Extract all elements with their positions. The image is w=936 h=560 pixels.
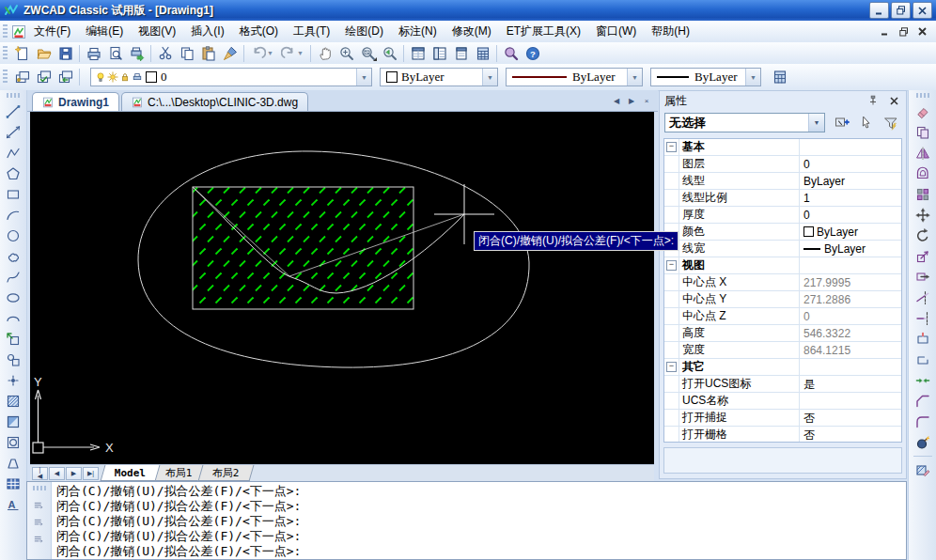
property-value[interactable]: 1 [800, 190, 901, 206]
property-value[interactable]: 是 [800, 376, 901, 392]
menu-X[interactable]: ET扩展工具(X) [499, 20, 588, 43]
zoom-realtime-button[interactable] [335, 43, 357, 63]
save-button[interactable] [55, 43, 76, 63]
document-tab[interactable]: C:\...\Desktop\CLINIC-3D.dwg [121, 92, 308, 111]
break-button[interactable] [912, 350, 934, 369]
layer-lock-icon[interactable] [119, 71, 132, 83]
document-minimize-button[interactable] [877, 24, 893, 39]
undo-button[interactable]: ▼ [247, 43, 277, 63]
designcenter-button[interactable] [429, 43, 450, 63]
explode-button[interactable] [912, 433, 934, 452]
new-button[interactable] [11, 43, 33, 63]
property-value[interactable]: ByLayer [800, 241, 901, 257]
quickcalc-button[interactable] [769, 68, 790, 87]
menu-I[interactable]: 插入(I) [183, 20, 231, 43]
collapse-icon[interactable]: − [666, 142, 677, 152]
layout-tab-model[interactable]: Model [101, 465, 161, 481]
menu-V[interactable]: 视图(V) [131, 20, 183, 43]
document-close-button[interactable] [914, 24, 930, 39]
properties-palette-button[interactable] [407, 43, 429, 63]
color-combo[interactable]: ByLayer ▼ [380, 68, 498, 86]
layer-bulb-icon[interactable] [95, 71, 107, 83]
zoom-previous-button[interactable] [379, 43, 400, 63]
rectangle-button[interactable] [2, 185, 24, 204]
tab-scroll-left-button[interactable]: ◀ [609, 94, 624, 108]
tab-scroll-right-button[interactable]: ▶ [624, 94, 639, 108]
menu-D[interactable]: 绘图(D) [337, 20, 391, 43]
selection-combo[interactable]: 无选择 ▼ [664, 113, 825, 132]
open-button[interactable] [33, 43, 55, 63]
command-strip-icon-1[interactable] [31, 498, 48, 513]
ellipse-button[interactable] [2, 288, 24, 307]
document-restore-button[interactable] [896, 24, 912, 39]
property-value[interactable]: 0 [800, 308, 901, 324]
toolbar-grip[interactable] [3, 70, 8, 85]
break-at-point-button[interactable] [912, 330, 934, 349]
offset-button[interactable] [912, 164, 934, 183]
property-value[interactable] [800, 393, 901, 409]
join-button[interactable] [912, 371, 934, 390]
menu-O[interactable]: 格式(O) [232, 20, 286, 43]
chamfer-button[interactable] [912, 392, 934, 411]
select-objects-button[interactable] [856, 114, 877, 132]
drawing-canvas[interactable]: Y X [30, 112, 654, 464]
tab-close-button[interactable]: × [639, 94, 654, 108]
pan-button[interactable] [314, 43, 335, 63]
region-button[interactable] [2, 433, 24, 452]
document-system-menu-icon[interactable] [11, 24, 26, 39]
document-tab[interactable]: Drawing1 [32, 92, 119, 111]
toolbar-grip[interactable] [916, 93, 929, 98]
window-restore-button[interactable] [891, 2, 911, 19]
find-button[interactable] [500, 43, 522, 63]
circle-button[interactable] [2, 226, 24, 245]
menu-M[interactable]: 修改(M) [445, 20, 499, 43]
construction-line-button[interactable] [2, 123, 24, 142]
layer-properties-button[interactable] [11, 68, 33, 87]
menu-F[interactable]: 文件(F) [26, 20, 78, 43]
property-value[interactable]: 0 [800, 207, 901, 223]
extend-button[interactable] [912, 309, 934, 328]
dropdown-arrow-icon[interactable]: ▼ [267, 50, 273, 56]
layout-tab-布局2[interactable]: 布局2 [197, 465, 253, 481]
point-button[interactable] [2, 371, 24, 390]
line-button[interactable] [2, 102, 24, 121]
chevron-down-icon[interactable]: ▼ [482, 69, 497, 86]
chevron-down-icon[interactable]: ▼ [808, 114, 824, 132]
close-palette-button[interactable] [886, 94, 901, 108]
window-close-button[interactable] [913, 2, 932, 19]
zoom-window-button[interactable] [357, 43, 379, 63]
insert-block-button[interactable] [2, 330, 24, 349]
collapse-icon[interactable]: − [666, 362, 677, 372]
rotate-button[interactable] [912, 226, 934, 245]
property-value[interactable]: ByLayer [800, 224, 901, 240]
pin-button[interactable] [866, 94, 881, 108]
command-history[interactable]: 闭合(C)/撤销(U)/拟合公差(F)/<下一点>:闭合(C)/撤销(U)/拟合… [52, 482, 906, 559]
gradient-button[interactable] [2, 412, 24, 431]
property-value[interactable]: 271.2886 [800, 291, 901, 307]
layout-next-button[interactable]: ▶ [66, 467, 82, 480]
command-strip-icon-2[interactable] [31, 515, 48, 530]
property-value[interactable]: 217.9995 [800, 274, 901, 290]
polygon-button[interactable] [2, 164, 24, 183]
menu-E[interactable]: 编辑(E) [78, 20, 131, 43]
property-value[interactable]: 否 [800, 427, 901, 443]
redo-button[interactable]: ▼ [277, 43, 307, 63]
paste-button[interactable] [197, 43, 219, 63]
command-window[interactable]: 闭合(C)/撤销(U)/拟合公差(F)/<下一点>:闭合(C)/撤销(U)/拟合… [26, 481, 907, 560]
quick-select-button[interactable] [832, 114, 852, 132]
chevron-down-icon[interactable]: ▼ [745, 69, 760, 86]
cut-button[interactable] [154, 43, 176, 63]
layout-prev-button[interactable]: ◀ [49, 467, 65, 480]
property-value[interactable]: 546.3322 [800, 325, 901, 341]
toolbar-grip[interactable] [33, 486, 46, 490]
command-strip-icon-3[interactable] [31, 532, 48, 547]
property-value[interactable]: 864.1215 [800, 342, 901, 358]
window-minimize-button[interactable] [869, 2, 889, 19]
erase-button[interactable] [912, 102, 934, 121]
publish-button[interactable] [126, 43, 148, 63]
toolbar-grip[interactable] [7, 93, 20, 98]
make-block-button[interactable] [2, 350, 24, 369]
layer-printer-icon[interactable] [132, 71, 144, 83]
help-button[interactable]: ? [522, 43, 543, 63]
preview-button[interactable] [104, 43, 126, 63]
